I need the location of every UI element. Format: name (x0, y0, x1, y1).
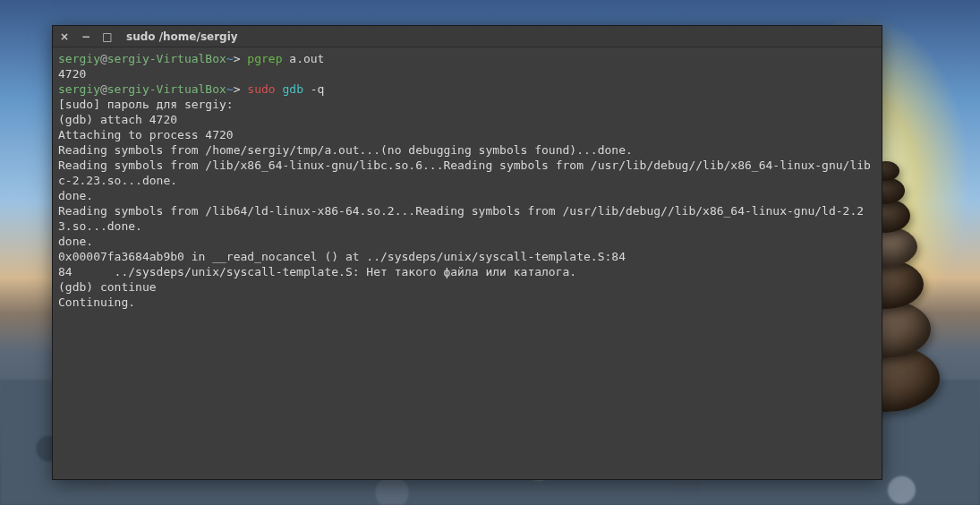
close-button[interactable]: × (58, 31, 71, 42)
output-gdb-attach: (gdb) attach 4720 (58, 113, 177, 126)
output-reading-aout: Reading symbols from /home/sergiy/tmp/a.… (58, 143, 633, 157)
command-pgrep: pgrep (247, 52, 282, 65)
prompt-at: @ (100, 52, 107, 65)
output-attaching: Attaching to process 4720 (58, 128, 234, 141)
prompt-host: sergiy-VirtualBox (107, 52, 226, 65)
output-done2: done. (58, 235, 93, 248)
titlebar[interactable]: × − □ sudo /home/sergiy (53, 26, 882, 47)
minimize-button[interactable]: − (80, 31, 92, 42)
output-gdb-continue: (gdb) continue (58, 280, 157, 294)
prompt-at-2: @ (100, 82, 107, 96)
prompt-host-2: sergiy-VirtualBox (107, 82, 226, 96)
command-arg-aout: a.out (282, 52, 324, 65)
output-continuing: Continuing. (58, 295, 135, 309)
terminal-content[interactable]: sergiy@sergiy-VirtualBox~> pgrep a.out 4… (53, 47, 882, 479)
maximize-button[interactable]: □ (101, 31, 114, 42)
output-pid: 4720 (58, 67, 86, 81)
output-reading-libc: Reading symbols from /lib/x86_64-linux-g… (58, 158, 871, 187)
prompt-arrow: > (234, 52, 241, 65)
output-no-file: 84 ../sysdeps/unix/syscall-template.S: Н… (58, 265, 576, 278)
prompt-tilde: ~ (226, 52, 234, 65)
output-sudo-password: [sudo] пароль для sergiy: (58, 98, 241, 111)
window-title: sudo /home/sergiy (126, 30, 238, 43)
prompt-user: sergiy (58, 52, 100, 65)
output-read-nocancel: 0x00007fa3684ab9b0 in __read_nocancel ()… (58, 250, 626, 263)
output-reading-ld: Reading symbols from /lib64/ld-linux-x86… (58, 204, 864, 233)
command-arg-q: -q (303, 82, 324, 96)
prompt-tilde-2: ~ (226, 82, 234, 96)
prompt-arrow-2: > (234, 82, 241, 96)
prompt-user-2: sergiy (58, 82, 100, 96)
command-gdb: gdb (276, 82, 303, 96)
window-controls: × − □ (58, 31, 114, 42)
terminal-window: × − □ sudo /home/sergiy sergiy@sergiy-Vi… (52, 25, 882, 480)
output-done1: done. (58, 189, 93, 202)
command-sudo: sudo (247, 82, 275, 96)
